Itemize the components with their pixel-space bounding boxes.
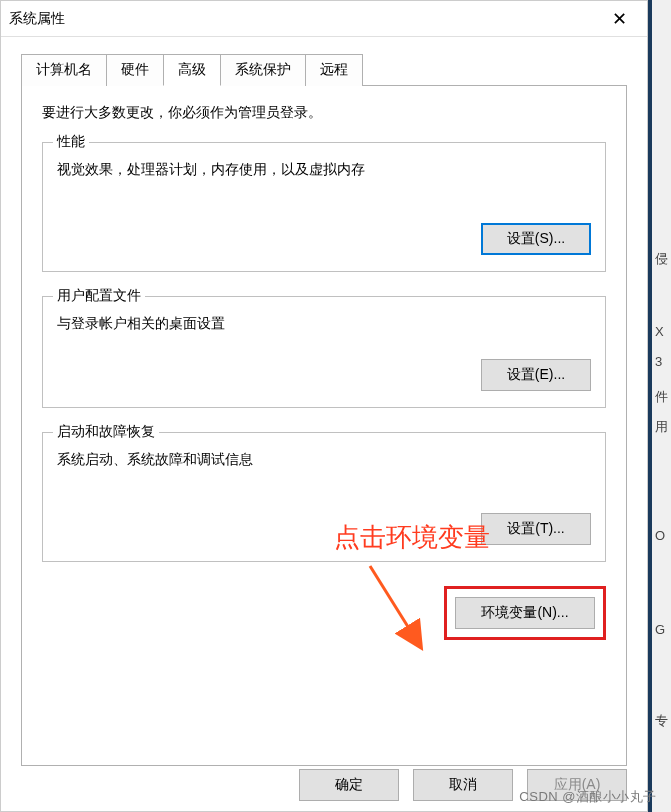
performance-group: 性能 视觉效果，处理器计划，内存使用，以及虚拟内存 设置(S)... [42, 142, 606, 272]
close-icon[interactable]: ✕ [599, 4, 639, 34]
user-profiles-group: 用户配置文件 与登录帐户相关的桌面设置 设置(E)... [42, 296, 606, 408]
user-profiles-settings-button[interactable]: 设置(E)... [481, 359, 591, 391]
tab-strip: 计算机名 硬件 高级 系统保护 远程 [21, 53, 627, 86]
watermark-text: CSDN @酒酿小小丸子 [519, 788, 657, 806]
startup-recovery-group: 启动和故障恢复 系统启动、系统故障和调试信息 设置(T)... [42, 432, 606, 562]
cancel-button[interactable]: 取消 [413, 769, 513, 801]
ok-button[interactable]: 确定 [299, 769, 399, 801]
dialog-title: 系统属性 [9, 10, 599, 28]
environment-variables-button[interactable]: 环境变量(N)... [455, 597, 595, 629]
startup-recovery-settings-button[interactable]: 设置(T)... [481, 513, 591, 545]
tab-remote[interactable]: 远程 [305, 54, 363, 86]
env-var-row: 环境变量(N)... [42, 586, 606, 640]
tab-system-protection[interactable]: 系统保护 [220, 54, 306, 86]
performance-settings-button[interactable]: 设置(S)... [481, 223, 591, 255]
performance-title: 性能 [53, 133, 89, 151]
startup-recovery-desc: 系统启动、系统故障和调试信息 [57, 451, 591, 469]
intro-text: 要进行大多数更改，你必须作为管理员登录。 [42, 104, 606, 122]
user-profiles-title: 用户配置文件 [53, 287, 145, 305]
performance-desc: 视觉效果，处理器计划，内存使用，以及虚拟内存 [57, 161, 591, 179]
env-var-highlight-box: 环境变量(N)... [444, 586, 606, 640]
background-cropped-text: 侵 X 3 件 用 O G 专 [652, 0, 671, 812]
system-properties-dialog: 系统属性 ✕ 计算机名 硬件 高级 系统保护 远程 要进行大多数更改，你必须作为… [0, 0, 648, 812]
advanced-panel: 要进行大多数更改，你必须作为管理员登录。 性能 视觉效果，处理器计划，内存使用，… [21, 86, 627, 766]
titlebar[interactable]: 系统属性 ✕ [1, 1, 647, 37]
tab-hardware[interactable]: 硬件 [106, 54, 164, 86]
tab-computer-name[interactable]: 计算机名 [21, 54, 107, 86]
startup-recovery-title: 启动和故障恢复 [53, 423, 159, 441]
user-profiles-desc: 与登录帐户相关的桌面设置 [57, 315, 591, 333]
dialog-content: 计算机名 硬件 高级 系统保护 远程 要进行大多数更改，你必须作为管理员登录。 … [1, 37, 647, 766]
tab-advanced[interactable]: 高级 [163, 54, 221, 86]
